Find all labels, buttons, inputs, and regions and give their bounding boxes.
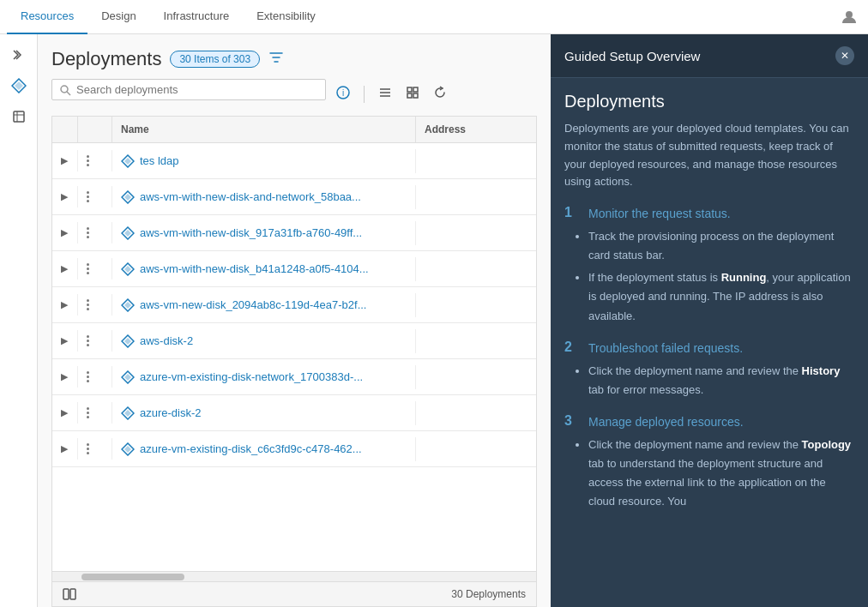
guided-panel: Guided Setup Overview ✕ Deployments Depl… xyxy=(551,34,868,607)
info-icon[interactable]: i xyxy=(333,84,353,104)
step-bullets: Track the provisioning process on the de… xyxy=(588,227,854,325)
address-cell xyxy=(416,300,536,310)
svg-marker-30 xyxy=(124,374,131,381)
search-icon xyxy=(59,84,71,96)
expand-cell: ▶ xyxy=(52,402,78,424)
deployment-name[interactable]: azure-vm-existing-disk_c6c3fd9c-c478-462… xyxy=(140,442,362,455)
step-bullet: Track the provisioning process on the de… xyxy=(588,227,854,265)
expand-button[interactable]: ▶ xyxy=(61,335,68,346)
expand-button[interactable]: ▶ xyxy=(61,155,68,166)
list-view-icon[interactable] xyxy=(375,84,395,104)
guided-step: 1 Monitor the request status. Track the … xyxy=(564,205,854,325)
list-icon-svg xyxy=(378,86,392,99)
guided-panel-title: Guided Setup Overview xyxy=(564,49,700,63)
row-menu-button[interactable] xyxy=(87,227,89,238)
deployment-name[interactable]: tes ldap xyxy=(140,154,179,167)
h-scroll-thumb[interactable] xyxy=(81,574,184,580)
menu-cell xyxy=(78,438,112,460)
name-cell: aws-vm-with-new-disk_917a31fb-a760-49ff.… xyxy=(112,221,416,245)
svg-marker-26 xyxy=(124,302,131,309)
svg-marker-24 xyxy=(124,266,131,273)
deployment-name[interactable]: azure-vm-existing-disk-network_1700383d-… xyxy=(140,370,363,383)
sidebar-toggle[interactable] xyxy=(3,41,34,69)
refresh-icon[interactable] xyxy=(430,84,450,104)
row-menu-button[interactable] xyxy=(87,443,89,454)
page-header: Deployments 30 Items of 303 xyxy=(51,48,537,70)
deployment-row-icon xyxy=(121,334,135,348)
expand-button[interactable]: ▶ xyxy=(61,299,68,310)
expand-button[interactable]: ▶ xyxy=(61,191,68,202)
split-icon[interactable] xyxy=(63,587,76,601)
close-button[interactable]: ✕ xyxy=(835,46,854,65)
page-title: Deployments xyxy=(51,48,161,70)
expand-cell: ▶ xyxy=(52,330,78,352)
expand-button[interactable]: ▶ xyxy=(61,263,68,274)
svg-marker-34 xyxy=(124,446,131,453)
expand-button[interactable]: ▶ xyxy=(61,443,68,454)
menu-cell xyxy=(78,330,112,352)
deployment-row-icon xyxy=(121,406,135,420)
expand-cell: ▶ xyxy=(52,438,78,460)
deployment-name[interactable]: aws-disk-2 xyxy=(140,334,193,347)
step-header: 3 Manage deployed resources. xyxy=(564,413,854,429)
svg-rect-3 xyxy=(14,111,24,122)
table-row: ▶ tes ldap xyxy=(52,143,536,179)
sidebar-item-deployments[interactable] xyxy=(3,72,34,99)
col-name: Name xyxy=(112,117,416,142)
deployment-name[interactable]: aws-vm-new-disk_2094ab8c-119d-4ea7-b2f..… xyxy=(140,298,366,311)
steps-container: 1 Monitor the request status. Track the … xyxy=(564,205,854,511)
table-body: ▶ tes ldap ▶ xyxy=(52,143,536,571)
svg-line-7 xyxy=(67,92,70,95)
row-menu-button[interactable] xyxy=(87,263,89,274)
nav-item-extensibility[interactable]: Extensibility xyxy=(243,0,329,34)
grid-view-icon[interactable] xyxy=(402,84,423,104)
deployments-sidebar-icon xyxy=(11,78,27,93)
expand-button[interactable]: ▶ xyxy=(61,371,68,382)
deployment-row-icon xyxy=(121,442,135,456)
expand-button[interactable]: ▶ xyxy=(61,407,68,418)
row-menu-button[interactable] xyxy=(87,335,89,346)
row-menu-button[interactable] xyxy=(87,407,89,418)
row-menu-button[interactable] xyxy=(87,371,89,382)
deployment-name[interactable]: aws-vm-with-new-disk-and-network_58baa..… xyxy=(140,190,361,203)
deployment-row-icon xyxy=(121,154,135,168)
nav-item-resources[interactable]: Resources xyxy=(7,0,87,34)
user-icon[interactable] xyxy=(841,9,858,26)
deployment-name[interactable]: azure-disk-2 xyxy=(140,406,202,419)
filter-icon[interactable] xyxy=(268,50,284,69)
row-menu-button[interactable] xyxy=(87,155,89,166)
menu-cell xyxy=(78,402,112,424)
sidebar-item-resources[interactable] xyxy=(3,103,34,130)
deployment-name[interactable]: aws-vm-with-new-disk_b41a1248-a0f5-4104.… xyxy=(140,262,369,275)
expand-cell: ▶ xyxy=(52,258,78,279)
name-cell: azure-vm-existing-disk-network_1700383d-… xyxy=(112,365,416,389)
menu-cell xyxy=(78,222,112,243)
name-cell: azure-vm-existing-disk_c6c3fd9c-c478-462… xyxy=(112,437,416,461)
guided-step: 2 Troubleshoot failed requests. Click th… xyxy=(564,340,854,400)
address-cell xyxy=(416,444,536,454)
nav-item-infrastructure[interactable]: Infrastructure xyxy=(150,0,244,34)
row-menu-button[interactable] xyxy=(87,191,89,202)
step-number: 2 xyxy=(564,340,580,355)
deployment-name[interactable]: aws-vm-with-new-disk_917a31fb-a760-49ff.… xyxy=(140,226,362,239)
table-row: ▶ aws-vm-with-new-disk_917a31fb-a760-49f… xyxy=(52,215,536,251)
row-menu-button[interactable] xyxy=(87,299,89,310)
col-address: Address xyxy=(416,117,536,142)
guided-description: Deployments are your deployed cloud temp… xyxy=(564,120,854,191)
menu-cell xyxy=(78,294,112,316)
address-cell xyxy=(416,408,536,418)
svg-marker-28 xyxy=(124,338,131,345)
svg-rect-35 xyxy=(63,589,69,599)
search-input[interactable] xyxy=(76,83,318,96)
name-cell: aws-disk-2 xyxy=(112,329,416,353)
chevrons-icon xyxy=(12,48,26,62)
svg-marker-20 xyxy=(124,194,131,201)
deployments-table: Name Address ▶ tes ldap ▶ xyxy=(51,116,537,607)
table-row: ▶ azure-vm-existing-disk_c6c3fd9c-c478-4… xyxy=(52,431,536,467)
step-bullets: Click the deployment name and review the… xyxy=(588,436,854,511)
expand-button[interactable]: ▶ xyxy=(61,227,68,238)
address-cell xyxy=(416,192,536,202)
nav-item-design[interactable]: Design xyxy=(87,0,149,34)
step-number: 3 xyxy=(564,413,580,429)
horizontal-scrollbar[interactable] xyxy=(52,571,536,581)
